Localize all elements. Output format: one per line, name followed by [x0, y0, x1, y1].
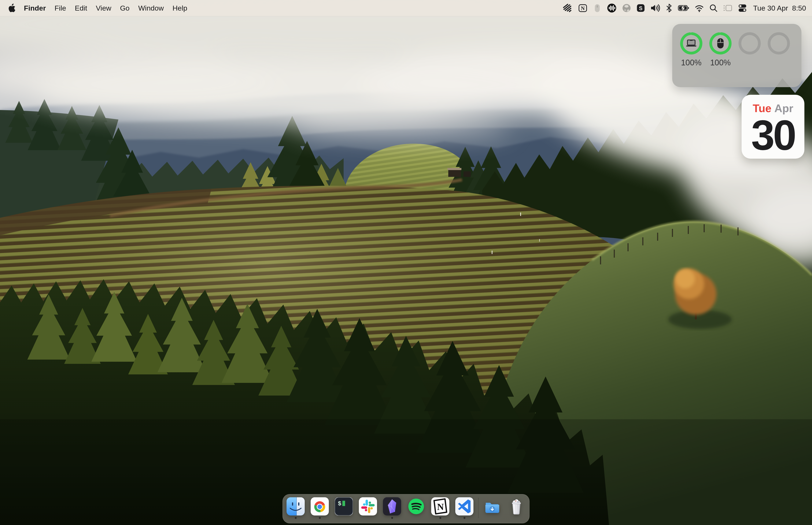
s-app-icon[interactable]: S	[637, 3, 645, 13]
volume-icon[interactable]	[650, 3, 660, 13]
battery-percent-laptop: 100%	[681, 58, 701, 68]
menu-bar-left: Finder File Edit View Go Window Help	[0, 0, 187, 16]
battery-charging-icon[interactable]	[678, 3, 689, 13]
apple-menu-icon[interactable]	[8, 4, 15, 13]
menu-bar-clock[interactable]: Tue 30 Apr 8:50	[753, 4, 806, 12]
dock-item-downloads[interactable]	[483, 497, 501, 515]
globe-icon[interactable]	[622, 3, 631, 13]
svg-text:S: S	[639, 5, 643, 11]
dock-item-trash[interactable]	[507, 497, 525, 515]
dock-item-chrome[interactable]	[311, 497, 329, 515]
battery-slot-empty-1	[738, 31, 762, 87]
spotlight-icon[interactable]	[709, 3, 718, 13]
svg-text:N: N	[581, 5, 585, 11]
dock-item-notion[interactable]: N	[431, 497, 449, 515]
battery-slot-empty-2	[767, 31, 791, 87]
menu-item-view[interactable]: View	[96, 0, 111, 16]
menu-bar: Finder File Edit View Go Window Help N S	[0, 0, 812, 16]
audio-waveform-icon[interactable]	[607, 3, 617, 13]
mouse-battery-icon[interactable]	[593, 3, 601, 13]
svg-text:$: $	[338, 500, 341, 507]
laptop-icon	[686, 40, 696, 47]
window-list-icon[interactable]	[723, 3, 733, 13]
menu-item-go[interactable]: Go	[120, 0, 129, 16]
desktop: Finder File Edit View Go Window Help N S	[0, 0, 812, 525]
menu-item-finder[interactable]: Finder	[24, 0, 46, 16]
battery-percent-mouse: 100%	[710, 58, 731, 68]
dock-separator	[478, 498, 478, 518]
bluetooth-icon[interactable]	[666, 3, 672, 13]
mouse-icon	[717, 38, 724, 48]
svg-text:N: N	[437, 501, 444, 512]
menu-item-window[interactable]: Window	[138, 0, 164, 16]
calendar-widget[interactable]: TueApr 30	[741, 95, 805, 159]
dock-item-vscode[interactable]	[455, 497, 473, 515]
dock-item-obsidian[interactable]	[383, 497, 401, 515]
menu-bar-status: N S T	[563, 3, 812, 13]
dock: $	[282, 494, 530, 523]
dock-item-terminal[interactable]: $	[335, 497, 353, 515]
battery-slot-laptop: 100%	[679, 31, 703, 87]
wifi-icon[interactable]	[695, 3, 704, 13]
battery-slot-mouse: 100%	[709, 31, 732, 87]
hand-icon[interactable]	[563, 3, 573, 13]
calendar-day: 30	[751, 115, 795, 155]
dock-item-slack[interactable]	[359, 497, 377, 515]
control-center-icon[interactable]	[738, 3, 747, 13]
batteries-widget[interactable]: 100% 100%	[672, 24, 801, 87]
dock-item-finder[interactable]	[287, 497, 305, 515]
notion-menu-icon[interactable]: N	[578, 3, 587, 13]
dock-item-spotify[interactable]	[407, 497, 425, 515]
menu-item-help[interactable]: Help	[172, 0, 187, 16]
menu-item-edit[interactable]: Edit	[75, 0, 87, 16]
menu-item-file[interactable]: File	[55, 0, 66, 16]
